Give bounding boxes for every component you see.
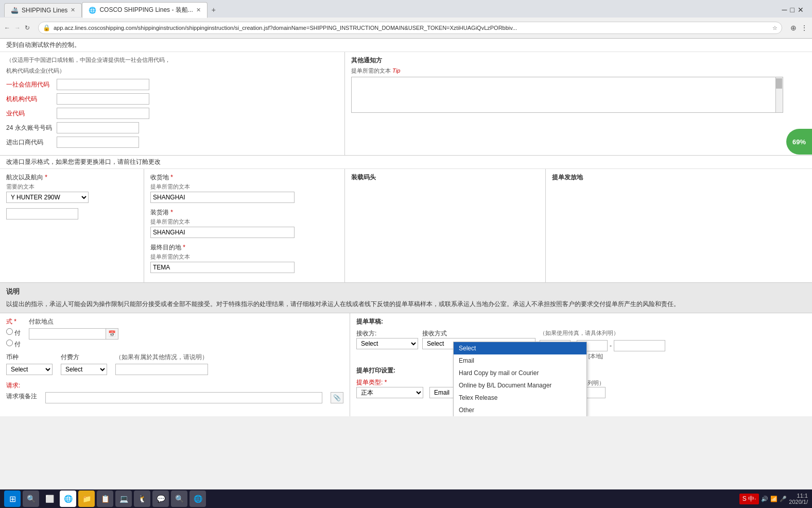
tab-favicon: 🚢 bbox=[11, 7, 19, 14]
tab-shipping-lines[interactable]: 🚢 SHIPPING Lines ✕ bbox=[4, 3, 82, 17]
minimize-button[interactable]: ─ bbox=[782, 6, 787, 14]
tab-close-1[interactable]: ✕ bbox=[71, 7, 75, 13]
reload-button[interactable]: ↻ bbox=[25, 24, 30, 31]
payment-method-label: 付费方 bbox=[61, 353, 107, 362]
remarks-note-label: 请求项备注 bbox=[6, 392, 37, 403]
bl-type-label: 提单类型: * bbox=[356, 378, 423, 387]
notify-textarea[interactable] bbox=[352, 77, 775, 112]
payment-point-input[interactable] bbox=[29, 328, 106, 340]
tab-label-2: COSCO SHIPPING Lines - 装船... bbox=[99, 6, 193, 14]
payment-label-text: 式 bbox=[6, 318, 12, 325]
menu-icon[interactable]: ⋮ bbox=[801, 24, 808, 32]
currency-block: 币种 Select bbox=[6, 353, 53, 375]
back-button[interactable]: ← bbox=[4, 24, 10, 31]
remarks-icon-btn[interactable]: 📎 bbox=[331, 392, 343, 403]
biz-code-input[interactable] bbox=[57, 108, 149, 119]
collect-radio[interactable] bbox=[6, 340, 13, 346]
load-sub: 提单所需的文本 bbox=[150, 218, 338, 226]
forward-button[interactable]: → bbox=[14, 24, 21, 31]
dest-block: 最终目的地 * 提单所需的文本 bbox=[150, 243, 338, 273]
dropdown-option-hard-copy[interactable]: Hard Copy by mail or Courier bbox=[454, 367, 586, 379]
bl-type-block: 提单类型: * 正本 bbox=[356, 378, 423, 398]
tab-close-2[interactable]: ✕ bbox=[196, 7, 201, 13]
prepaid-label[interactable]: 付 bbox=[6, 328, 21, 337]
dropdown-option-other[interactable]: Other bbox=[454, 404, 586, 416]
prepaid-radio[interactable] bbox=[6, 328, 13, 335]
currency-select[interactable]: Select bbox=[6, 364, 53, 375]
col-bl-place: 提单发放地 bbox=[546, 169, 812, 282]
dest-label: 最终目的地 * bbox=[150, 243, 338, 252]
top-section: （仅适用于中国进口或转船，中国企业请提供统一社会信用代码， 机构代码或企业(代码… bbox=[0, 52, 812, 156]
biz-code-label: 业代码 bbox=[6, 109, 53, 118]
desc-text: 以提出的指示，承运人可能会因为操作限制只能部分接受或者全部不能接受。对于特殊指示… bbox=[6, 299, 806, 309]
col-wharf: 装载码头 bbox=[345, 169, 546, 282]
payment-point-block: 付款地点 📅 bbox=[29, 317, 118, 340]
social-credit-input[interactable] bbox=[57, 79, 149, 90]
payment-options: 付 付 bbox=[6, 328, 21, 349]
org-code-label: 机机构代码 bbox=[6, 95, 53, 104]
import-row: 进出口商代码 bbox=[6, 137, 338, 148]
other-note-block: （如果有属於其他情况，请说明） bbox=[115, 353, 208, 375]
payment-type-label: 式 * bbox=[6, 317, 21, 326]
new-tab-button[interactable]: + bbox=[208, 4, 220, 16]
payment-point-input-area: 📅 bbox=[29, 328, 118, 340]
load-label-text: 装货港 bbox=[150, 209, 169, 216]
dest-input[interactable] bbox=[150, 262, 295, 273]
progress-circle: 69% bbox=[786, 129, 812, 155]
payment-section: 式 * 付 付 bbox=[6, 317, 343, 375]
collect-label[interactable]: 付 bbox=[6, 340, 21, 349]
page-content: （仅适用于中国进口或转船，中国企业请提供统一社会信用代码， 机构代码或企业(代码… bbox=[0, 52, 812, 416]
maximize-button[interactable]: □ bbox=[790, 6, 794, 14]
bookmark-icon[interactable]: ☆ bbox=[772, 25, 778, 31]
load-input[interactable] bbox=[150, 227, 295, 238]
dropdown-option-telex[interactable]: Telex Release bbox=[454, 392, 586, 404]
dest-label-text: 最终目的地 bbox=[150, 244, 181, 251]
payment-method-block: 付费方 Select bbox=[61, 353, 107, 375]
bottom-left: 式 * 付 付 bbox=[0, 313, 350, 416]
draft-label: 提单草稿: bbox=[356, 317, 806, 326]
nav-select[interactable]: Y HUNTER 290W bbox=[6, 192, 89, 203]
bottom-section: 式 * 付 付 bbox=[0, 313, 812, 416]
payment-method-select[interactable]: Select bbox=[61, 364, 107, 375]
social-credit-hint: （仅适用于中国进口或转船，中国企业请提供统一社会信用代码， bbox=[6, 56, 338, 64]
remarks-input[interactable] bbox=[45, 392, 322, 403]
extra-input[interactable] bbox=[6, 208, 78, 219]
dropdown-option-select[interactable]: Select bbox=[454, 342, 586, 354]
receipt-select[interactable]: Select bbox=[356, 338, 418, 349]
receipt-way-dropdown: Select Email Hard Copy by mail or Courie… bbox=[453, 342, 587, 416]
address-bar[interactable]: 🔒 app.acz.lines.coscoshipping.com/shippi… bbox=[38, 22, 782, 34]
close-button[interactable]: ✕ bbox=[798, 6, 804, 14]
browser-chrome: 🚢 SHIPPING Lines ✕ 🌐 COSCO SHIPPING Line… bbox=[0, 0, 812, 39]
nav-sub-label: 需要的文本 bbox=[6, 183, 137, 191]
fax-local-input[interactable] bbox=[614, 340, 665, 351]
dropdown-option-email[interactable]: Email bbox=[454, 354, 586, 367]
dropdown-option-online[interactable]: Online by B/L Document Manager bbox=[454, 379, 586, 392]
extra-input-block bbox=[6, 208, 137, 219]
remarks-section: 请求: 请求项备注 📎 bbox=[6, 381, 343, 403]
account-label: 24 永久账号号码 bbox=[6, 124, 53, 132]
receive-label-text: 收货地 bbox=[150, 174, 169, 181]
remarks-row: 请求项备注 📎 bbox=[6, 392, 343, 403]
other-input[interactable] bbox=[115, 364, 208, 375]
account-input[interactable] bbox=[57, 122, 139, 133]
org-code-row: 机机构代码 bbox=[6, 93, 338, 105]
calendar-icon[interactable]: 📅 bbox=[106, 328, 118, 340]
other-note-text: （如果有属於其他情况，请说明） bbox=[115, 353, 208, 362]
account-row: 24 永久账号号码 bbox=[6, 122, 338, 133]
description-section: 说明 以提出的指示，承运人可能会因为操作限制只能部分接受或者全部不能接受。对于特… bbox=[0, 283, 812, 313]
extension-icon[interactable]: ⊕ bbox=[790, 24, 797, 32]
payment-point-label: 付款地点 bbox=[29, 317, 118, 326]
bl-type-select[interactable]: 正本 bbox=[356, 387, 423, 398]
biz-code-row: 业代码 bbox=[6, 108, 338, 119]
notify-scrollbar[interactable] bbox=[775, 77, 783, 112]
tab-cosco[interactable]: 🌐 COSCO SHIPPING Lines - 装船... ✕ bbox=[82, 2, 207, 18]
notify-textarea-area bbox=[351, 77, 783, 113]
org-code-input[interactable] bbox=[57, 93, 149, 105]
tip-text: 提单所需的文本 Tip bbox=[351, 67, 806, 75]
col-nav: 航次以及航向 * 需要的文本 Y HUNTER 290W bbox=[0, 169, 144, 282]
receive-input[interactable] bbox=[150, 192, 295, 203]
import-code-input[interactable] bbox=[57, 137, 139, 148]
notify-scroll-thumb bbox=[776, 78, 782, 89]
receipt-method-block: 接收方: Select bbox=[356, 329, 418, 349]
right-notify-form: 其他通知方 提单所需的文本 Tip bbox=[345, 52, 812, 155]
